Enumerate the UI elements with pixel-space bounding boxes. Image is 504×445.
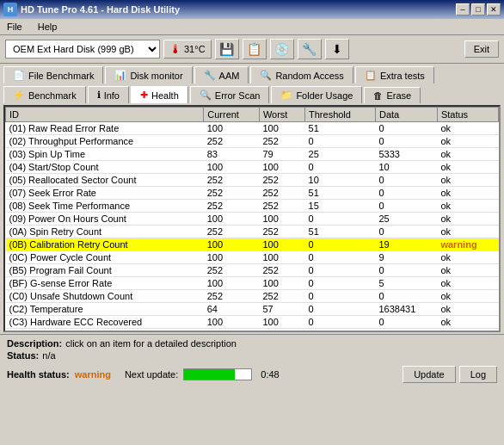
toolbar-btn-1[interactable]: 💾 bbox=[215, 39, 239, 59]
menu-help[interactable]: Help bbox=[34, 21, 61, 33]
status-label: Status: bbox=[7, 350, 39, 361]
table-row[interactable]: (0C) Power Cycle Count10010009ok bbox=[6, 251, 499, 264]
time-value: 0:48 bbox=[261, 369, 279, 380]
tabs-row2: ⚡ Benchmark ℹ Info ✚ Health 🔍 Error Scan… bbox=[0, 83, 504, 103]
app-title: HD Tune Pro 4.61 - Hard Disk Utility bbox=[21, 4, 180, 15]
update-progress-bar bbox=[183, 368, 252, 380]
disk-monitor-icon: 📊 bbox=[114, 70, 126, 81]
window-controls[interactable]: – □ ✕ bbox=[456, 3, 501, 15]
table-row[interactable]: (C0) Unsafe Shutdown Count25225200ok bbox=[6, 290, 499, 303]
error-scan-icon: 🔍 bbox=[200, 90, 212, 101]
maximize-button[interactable]: □ bbox=[471, 3, 485, 15]
table-row[interactable]: (01) Raw Read Error Rate100100510ok bbox=[6, 122, 499, 135]
table-row[interactable]: (0A) Spin Retry Count252252510ok bbox=[6, 226, 499, 238]
extra-tests-icon: 📋 bbox=[365, 70, 377, 81]
health-icon: ✚ bbox=[140, 90, 148, 101]
health-table-wrapper[interactable]: ID Current Worst Threshold Data Status (… bbox=[5, 107, 499, 331]
table-header-row: ID Current Worst Threshold Data Status bbox=[6, 108, 499, 122]
tab-erase[interactable]: 🗑 Erase bbox=[364, 87, 421, 103]
col-current: Current bbox=[204, 108, 260, 122]
table-row[interactable]: (07) Seek Error Rate252252510ok bbox=[6, 187, 499, 200]
info-icon: ℹ bbox=[97, 90, 101, 101]
menu-file[interactable]: File bbox=[3, 21, 26, 33]
exit-button[interactable]: Exit bbox=[464, 40, 499, 58]
description-value: click on an item for a detailed descript… bbox=[65, 338, 237, 349]
tab-folder-usage[interactable]: 📁 Folder Usage bbox=[271, 86, 362, 103]
table-row[interactable]: (BF) G-sense Error Rate10010005ok bbox=[6, 277, 499, 290]
table-row[interactable]: (08) Seek Time Performance252252150ok bbox=[6, 200, 499, 213]
app-icon: H bbox=[3, 3, 17, 16]
table-row[interactable]: (C4) Reallocated Event Count25225200ok bbox=[6, 329, 499, 331]
close-button[interactable]: ✕ bbox=[487, 3, 501, 15]
table-row[interactable]: (B5) Program Fail Count25225200ok bbox=[6, 264, 499, 277]
table-row[interactable]: (03) Spin Up Time8379255333ok bbox=[6, 148, 499, 161]
col-data: Data bbox=[376, 108, 438, 122]
table-row[interactable]: (02) Throughput Performance25225200ok bbox=[6, 135, 499, 148]
status-value: n/a bbox=[42, 350, 55, 361]
table-row[interactable]: (C3) Hardware ECC Recovered10010000ok bbox=[6, 316, 499, 329]
thermometer-icon: 🌡 bbox=[169, 42, 181, 56]
tab-benchmark[interactable]: ⚡ Benchmark bbox=[3, 86, 86, 103]
health-status-label: Health status: bbox=[7, 369, 70, 380]
tab-health[interactable]: ✚ Health bbox=[131, 86, 188, 103]
toolbar-btn-4[interactable]: 🔧 bbox=[298, 39, 322, 59]
col-worst: Worst bbox=[259, 108, 304, 122]
table-row[interactable]: (04) Start/Stop Count100100010ok bbox=[6, 161, 499, 174]
next-update-label: Next update: bbox=[125, 369, 178, 380]
random-access-icon: 🔍 bbox=[260, 70, 272, 81]
aam-icon: 🔧 bbox=[204, 70, 216, 81]
tab-random-access[interactable]: 🔍 Random Access bbox=[250, 66, 353, 83]
health-status-value: warning bbox=[75, 369, 111, 380]
minimize-button[interactable]: – bbox=[456, 3, 470, 15]
update-button[interactable]: Update bbox=[403, 366, 455, 383]
description-label: Description: bbox=[7, 338, 62, 349]
disk-selector[interactable]: OEM Ext Hard Disk (999 gB) bbox=[5, 40, 160, 59]
main-panel: ID Current Worst Threshold Data Status (… bbox=[3, 105, 501, 332]
tab-extra-tests[interactable]: 📋 Extra tests bbox=[355, 66, 434, 83]
progress-fill bbox=[184, 369, 235, 380]
menu-bar: File Help bbox=[0, 19, 504, 35]
tab-disk-monitor[interactable]: 📊 Disk monitor bbox=[105, 66, 192, 83]
toolbar-btn-2[interactable]: 📋 bbox=[243, 39, 267, 59]
tab-error-scan[interactable]: 🔍 Error Scan bbox=[190, 86, 270, 103]
toolbar-btn-3[interactable]: 💿 bbox=[270, 39, 294, 59]
col-id: ID bbox=[6, 108, 204, 122]
tabs-row1: 📄 File Benchmark 📊 Disk monitor 🔧 AAM 🔍 … bbox=[0, 64, 504, 83]
title-bar: H HD Tune Pro 4.61 - Hard Disk Utility –… bbox=[0, 0, 504, 19]
col-status: Status bbox=[437, 108, 498, 122]
health-table: ID Current Worst Threshold Data Status (… bbox=[5, 107, 499, 331]
temperature-display: 🌡 31°C bbox=[163, 40, 212, 59]
erase-icon: 🗑 bbox=[373, 90, 383, 101]
folder-usage-icon: 📁 bbox=[280, 90, 292, 101]
tab-aam[interactable]: 🔧 AAM bbox=[194, 66, 249, 83]
toolbar-btn-5[interactable]: ⬇ bbox=[325, 39, 349, 59]
table-row[interactable]: (C2) Temperature645701638431ok bbox=[6, 303, 499, 316]
file-benchmark-icon: 📄 bbox=[13, 70, 25, 81]
table-row[interactable]: (05) Reallocated Sector Count252252100ok bbox=[6, 174, 499, 187]
col-threshold: Threshold bbox=[305, 108, 376, 122]
benchmark-icon: ⚡ bbox=[13, 90, 25, 101]
bottom-panel: Description: click on an item for a deta… bbox=[0, 334, 504, 386]
tab-info[interactable]: ℹ Info bbox=[88, 86, 129, 103]
table-row[interactable]: (0B) Calibration Retry Count100100019war… bbox=[6, 238, 499, 251]
tab-file-benchmark[interactable]: 📄 File Benchmark bbox=[3, 66, 103, 83]
log-button[interactable]: Log bbox=[459, 366, 497, 383]
table-row[interactable]: (09) Power On Hours Count100100025ok bbox=[6, 213, 499, 226]
temp-value: 31°C bbox=[184, 44, 206, 54]
toolbar: OEM Ext Hard Disk (999 gB) 🌡 31°C 💾 📋 💿 … bbox=[0, 35, 504, 64]
